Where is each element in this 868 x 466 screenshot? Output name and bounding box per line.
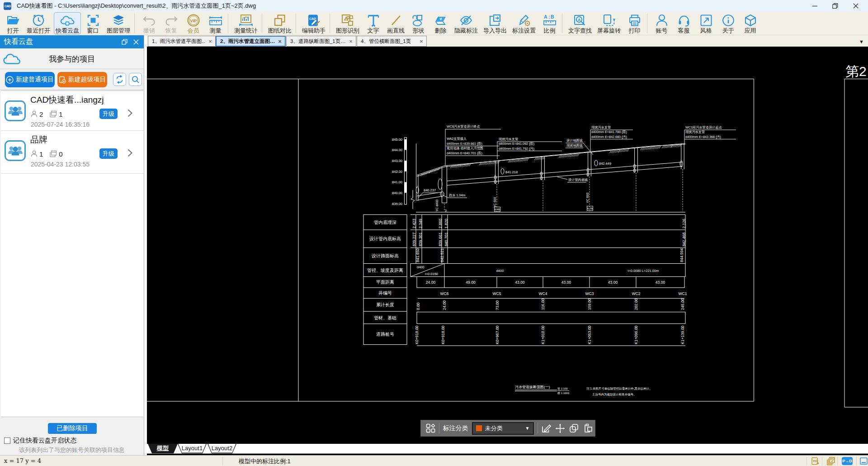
toolbar-open-button[interactable]: 打开 bbox=[3, 12, 23, 34]
edit-assistant-icon: CAD bbox=[307, 14, 321, 27]
toolbar-recent-button[interactable]: 最近打开 bbox=[25, 12, 52, 34]
toolbar-label: 文字 bbox=[368, 27, 379, 34]
select-caret-icon: ▼ bbox=[525, 426, 530, 431]
layout-tab-Layout1[interactable]: Layout1 bbox=[178, 444, 207, 453]
deleted-projects-button[interactable]: 已删除项目 bbox=[48, 423, 97, 434]
layout-tab-label: Layout1 bbox=[178, 444, 207, 453]
ruler-icon bbox=[209, 14, 222, 27]
toolbar-edit-assistant-button[interactable]: CAD编辑助手 bbox=[300, 12, 327, 34]
p-to-d-icon[interactable]: P→D bbox=[842, 457, 853, 465]
svg-text:3: 3 bbox=[445, 209, 447, 212]
layout-tab-bar: 模型Layout1Layout2 bbox=[147, 444, 868, 454]
tab-close-icon[interactable]: × bbox=[207, 38, 213, 45]
close-button[interactable] bbox=[845, 0, 866, 12]
drawing-canvas[interactable]: 第2845.00844.00843.00842.00841.00840.0083… bbox=[147, 47, 868, 455]
annotation-move-icon[interactable] bbox=[553, 422, 567, 435]
annotation-category-select[interactable]: 未分类 ▼ bbox=[472, 422, 534, 435]
restore-button[interactable] bbox=[825, 0, 845, 12]
toolbar-measure-button[interactable]: 测量 bbox=[205, 12, 226, 34]
toolbar-divider bbox=[262, 14, 262, 33]
tab-close-icon[interactable]: × bbox=[418, 38, 425, 45]
toolbar-window-button[interactable]: 窗口 bbox=[83, 12, 103, 34]
tab-close-icon[interactable]: × bbox=[277, 38, 283, 45]
project-card[interactable]: 品牌 1 0 升级 2025-04-23 12:03:55 bbox=[1, 131, 143, 174]
panel-toggle-icon[interactable] bbox=[859, 456, 868, 466]
toolbar-layers-button[interactable]: 图层管理 bbox=[105, 12, 132, 34]
refresh-button[interactable] bbox=[113, 73, 126, 86]
remember-state-checkbox[interactable] bbox=[4, 437, 10, 444]
toolbar-cloud-button[interactable]: 快看云盘 bbox=[54, 12, 81, 34]
new-super-project-button[interactable]: 新建超级项目 bbox=[57, 72, 107, 87]
toolbar-delete-button[interactable]: 删除 bbox=[430, 12, 451, 34]
toolbar-text-find-button[interactable]: A文字查找 bbox=[566, 12, 594, 34]
tab-close-icon[interactable]: × bbox=[348, 38, 354, 45]
toolbar-label: 应用 bbox=[745, 27, 756, 34]
toolbar-label: 账号 bbox=[656, 27, 668, 34]
toolbar-label: 屏幕旋转 bbox=[597, 27, 621, 34]
toolbar-hide-annotation-button[interactable]: 隐藏标注 bbox=[453, 12, 480, 34]
toolbar-label: 客服 bbox=[678, 27, 690, 34]
toolbar-label: 测量 bbox=[210, 27, 222, 34]
checkbox-label: 记住快看云盘开启状态 bbox=[13, 437, 76, 445]
clock-icon bbox=[32, 14, 45, 27]
import-export-icon bbox=[488, 14, 502, 27]
svg-text:K0+967.00: K0+967.00 bbox=[495, 325, 500, 344]
toolbar-text-button[interactable]: 文字 bbox=[363, 12, 383, 34]
svg-text:43.00: 43.00 bbox=[608, 280, 618, 285]
document-tab-2[interactable]: 2、雨污水管道立面图…× bbox=[216, 36, 286, 47]
upgrade-button[interactable]: 升级 bbox=[99, 148, 118, 159]
toolbar-draw-line-button[interactable]: 画直线 bbox=[385, 12, 406, 34]
members-icon bbox=[31, 110, 38, 118]
annotation-grid-icon[interactable] bbox=[424, 422, 438, 435]
svg-text:现状污水支管: 现状污水支管 bbox=[499, 137, 518, 141]
toolbar-style-button[interactable]: 风格 bbox=[696, 12, 716, 34]
document-tab-1[interactable]: 1、雨污水管道平面图…× bbox=[148, 36, 216, 47]
panel-float-icon[interactable] bbox=[118, 36, 130, 48]
toolbar-measure-stats-button[interactable]: 测量统计 bbox=[232, 12, 259, 34]
toolbar-scale-button[interactable]: A:B比例 bbox=[539, 12, 560, 34]
pen-gear-icon bbox=[517, 14, 531, 27]
upgrade-button[interactable]: 升级 bbox=[99, 109, 118, 119]
pdf-batch-export-icon[interactable]: PDF bbox=[826, 456, 835, 466]
document-tab-4[interactable]: 4、管位横断面图_1页× bbox=[357, 36, 427, 47]
document-tab-3[interactable]: 3、道路纵断面图_1页…× bbox=[286, 36, 356, 47]
project-card[interactable]: CAD快速看...iangzj 2 1 升级 2025-07-24 16:35:… bbox=[1, 91, 143, 131]
search-button[interactable] bbox=[129, 73, 142, 86]
document-tab-label: 2、雨污水管道立面图… bbox=[220, 38, 275, 45]
toolbar-shapes-button[interactable]: 形状 bbox=[408, 12, 429, 34]
separator bbox=[0, 69, 144, 70]
profile-data-table: 管内底埋深设计管内底标高设计路面标高管径、坡度及距离平面距离井编号累计长度管材、… bbox=[363, 214, 687, 346]
toolbar-print-button[interactable]: 打印 bbox=[624, 12, 645, 34]
toolbar-compare-button[interactable]: 图纸对比 bbox=[266, 12, 293, 34]
toolbar-screen-rotate-button[interactable]: 屏幕旋转 bbox=[595, 12, 623, 34]
toolbar-account-button[interactable]: 账号 bbox=[651, 12, 672, 34]
toolbar-label: 画直线 bbox=[387, 27, 405, 34]
tab-overflow-caret-icon[interactable]: ▼ bbox=[859, 39, 864, 44]
svg-text:累计长度: 累计长度 bbox=[376, 302, 394, 307]
chevron-right-icon[interactable] bbox=[127, 109, 132, 119]
minimize-button[interactable] bbox=[805, 0, 825, 12]
layout-tab-Layout2[interactable]: Layout2 bbox=[208, 444, 236, 453]
toolbar-undo-button[interactable]: 撤销 bbox=[139, 12, 159, 34]
toolbar-label: 测量统计 bbox=[234, 27, 258, 34]
svg-text:WC1: WC1 bbox=[679, 291, 687, 296]
new-normal-project-button[interactable]: 新建普通项目 bbox=[5, 72, 55, 87]
layout-tab-模型[interactable]: 模型 bbox=[148, 444, 178, 453]
annotation-copy-icon[interactable] bbox=[567, 422, 581, 435]
chevron-right-icon[interactable] bbox=[127, 149, 132, 159]
toolbar-import-export-button[interactable]: 导入导出 bbox=[481, 12, 509, 34]
toolbar-about-button[interactable]: 关于 bbox=[718, 12, 738, 34]
toolbar-vip-button[interactable]: VIP会员 bbox=[183, 12, 203, 34]
panel-close-icon[interactable] bbox=[130, 36, 142, 48]
annotation-paste-icon[interactable] bbox=[581, 422, 595, 435]
toolbar-apps-button[interactable]: 应用 bbox=[740, 12, 760, 34]
toolbar-annot-settings-button[interactable]: 标注设置 bbox=[510, 12, 538, 34]
toolbar-shape-recognize-button[interactable]: 图形识别 bbox=[334, 12, 361, 34]
svg-text:设计管内底标高: 设计管内底标高 bbox=[369, 236, 401, 241]
svg-text:73.00: 73.00 bbox=[495, 300, 500, 310]
info-icon bbox=[722, 14, 735, 27]
annotation-edit-icon[interactable] bbox=[539, 422, 553, 435]
pdf-export-icon[interactable]: PDF bbox=[811, 456, 820, 466]
toolbar-redo-button[interactable]: 恢复 bbox=[161, 12, 181, 34]
toolbar-support-button[interactable]: 客服 bbox=[674, 12, 694, 34]
